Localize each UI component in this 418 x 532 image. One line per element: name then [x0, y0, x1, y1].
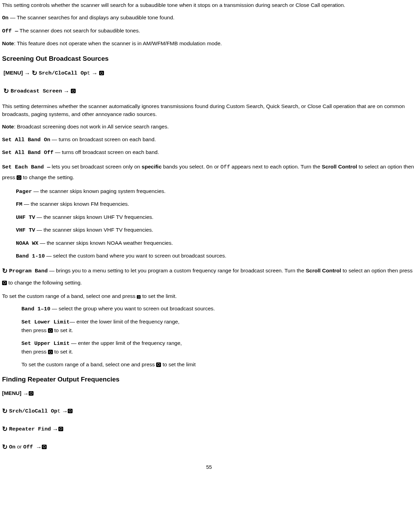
then-press-upper: then press to set it. — [21, 348, 416, 356]
press-icon — [29, 391, 34, 396]
program-band-desc-a: — brings you to a menu setting to let yo… — [48, 268, 306, 273]
set-each-desc-b: bands you select. — [162, 164, 206, 170]
custom-range-intro: To set the custom range of a band, selec… — [2, 292, 416, 300]
press-icon — [58, 427, 63, 431]
option-on-desc: — The scanner searches for and displays … — [9, 14, 175, 20]
custom-range-intro-a: To set the custom range of a band, selec… — [2, 293, 137, 299]
set-each-band: Set Each Band — lets you set broadcast s… — [2, 162, 416, 183]
set-all-off-label: Set All Band Off — [2, 149, 54, 156]
scroll-icon — [2, 405, 8, 418]
opt-pager-label: Pager — [16, 188, 32, 195]
nav-srch-opt-b: t — [87, 70, 90, 76]
press-icon — [48, 328, 53, 333]
scroll-icon — [32, 67, 37, 80]
set-lower-limit: Set Lower Limit— enter the lower limit o… — [21, 318, 416, 326]
opt-uhf: UHF TV — the scanner skips known UHF TV … — [16, 213, 416, 221]
set-each-on: On — [206, 164, 213, 170]
opt-pager-desc: — the scanner skips known paging system … — [32, 188, 166, 194]
menu-key: [MENU] — [3, 70, 23, 76]
press-icon — [48, 350, 53, 354]
nav-off: Off — [23, 444, 33, 450]
scroll-icon — [2, 265, 8, 277]
intro-paragraph: This setting controls whether the scanne… — [2, 1, 416, 9]
arrow-icon — [36, 442, 42, 453]
opt-uhf-desc: — the scanner skips known UHF TV frequen… — [35, 214, 154, 220]
upper-label: Set Upper Limit — [21, 340, 70, 347]
arrow-icon — [92, 68, 97, 79]
arrow-icon — [64, 86, 69, 97]
nav-broadcast-1: [MENU] Srch/CloCall Opt — [2, 67, 416, 80]
opt-vhf-label: VHF TV — [16, 227, 35, 233]
then-press-a2: then press — [21, 349, 48, 355]
nav-repeater-find: Repeater Find — [9, 426, 51, 432]
scroll-control-1: Scroll Control — [322, 164, 357, 170]
nav-srch-opt-a2: Srch/CloCall Op — [9, 408, 57, 414]
note-2: Note: Broadcast screening does not work … — [2, 123, 416, 130]
set-each-off: Off — [220, 164, 230, 170]
press-icon — [71, 89, 76, 93]
nav-or: or — [16, 444, 23, 449]
arrow-icon — [25, 68, 30, 79]
heading-repeater: Finding Repeater Output Frequencies — [2, 375, 416, 384]
set-all-on: Set All Band On — turns on broadcast scr… — [2, 136, 416, 144]
opt-fm: FM — the scanner skips known FM frequenc… — [16, 200, 416, 208]
heading-broadcast: Screening Out Broadcast Sources — [2, 54, 416, 64]
program-band-desc-b: to select an option then press — [341, 268, 412, 273]
note-1-text: : This feature does not operate when the… — [14, 40, 222, 46]
option-on-label: On — [2, 15, 9, 21]
arrow-icon — [53, 424, 58, 435]
opt-band110: Band 1-10 — select the custom band where… — [16, 252, 416, 260]
custom-range-intro-b: to set the limit. — [141, 293, 177, 299]
then-press-b1: to set it. — [53, 327, 73, 333]
custom-range-outro-b: to set the limit — [161, 361, 196, 367]
set-each-or: or — [213, 164, 220, 170]
nav-srch-opt-b2: t — [57, 408, 60, 414]
set-upper-limit: Set Upper Limit — enter the upper limit … — [21, 339, 416, 347]
opt-pager: Pager — the scanner skips known paging s… — [16, 187, 416, 195]
lower-label: Set Lower Limit — [21, 319, 70, 325]
press-icon — [2, 281, 7, 285]
press-icon — [156, 362, 161, 367]
set-all-on-desc: — turns on broadcast screen on each band… — [50, 136, 156, 142]
upper-desc: — enter the upper limit of the frequency… — [70, 340, 182, 346]
scroll-icon — [2, 441, 8, 454]
set-each-desc-c: appears next to each option. Turn the — [230, 164, 322, 170]
set-all-off-desc: — turns off broadcast screen on each ban… — [54, 149, 159, 155]
then-press-lower: then press to set it. — [21, 327, 416, 334]
note-1: Note: This feature does not operate when… — [2, 40, 416, 47]
opt-vhf: VHF TV — the scanner skips known VHF TV … — [16, 226, 416, 234]
note-2-text: : Broadcast screening does not work in A… — [14, 124, 169, 129]
opt-uhf-label: UHF TV — [16, 214, 35, 221]
nav-srch-opt-a: Srch/CloCall Op — [39, 70, 87, 76]
page-number: 55 — [2, 463, 416, 471]
opt-noaa: NOAA WX — the scanner skips known NOAA w… — [16, 239, 416, 247]
nav-broadcast-screen: Broadcast Screen — [11, 88, 62, 94]
opt-fm-label: FM — [16, 201, 22, 207]
program-band-label: Program Band — [9, 268, 48, 274]
press-icon — [99, 71, 104, 75]
opt-band110b-label: Band 1–10 — [21, 306, 50, 312]
set-all-off: Set All Band Off — turns off broadcast s… — [2, 148, 416, 156]
custom-range-outro: To set the custom range of a band, selec… — [21, 361, 416, 368]
opt-band110b-desc: — select the group where you want to scr… — [50, 306, 215, 311]
opt-vhf-desc: — the scanner skips known VHF TV frequen… — [35, 227, 153, 233]
opt-noaa-label: NOAA WX — [16, 240, 38, 246]
opt-fm-desc: — the scanner skips known FM frequencies… — [22, 201, 129, 207]
menu-key-2: [MENU] — [2, 390, 21, 396]
scroll-control-2: Scroll Control — [306, 268, 341, 273]
broadcast-paragraph: This setting determines whether the scan… — [2, 103, 416, 118]
note-1-label: Note — [2, 40, 14, 46]
then-press-a1: then press — [21, 327, 48, 333]
scroll-icon — [3, 85, 9, 98]
press-icon — [68, 409, 73, 413]
program-band: Program Band — brings you to a menu sett… — [2, 265, 416, 288]
arrow-icon — [23, 388, 29, 400]
opt-band110-label: Band 1-10 — [16, 253, 45, 259]
set-each-specific: specific — [142, 164, 162, 170]
then-press-b2: to set it. — [53, 349, 73, 355]
option-off: Off — The scanner does not search for su… — [2, 27, 416, 35]
note-2-label: Note — [2, 124, 14, 129]
set-all-on-label: Set All Band On — [2, 137, 50, 143]
program-band-desc-c: to change the following setting. — [7, 280, 82, 286]
nav-repeater-1: [MENU] — [2, 388, 416, 400]
